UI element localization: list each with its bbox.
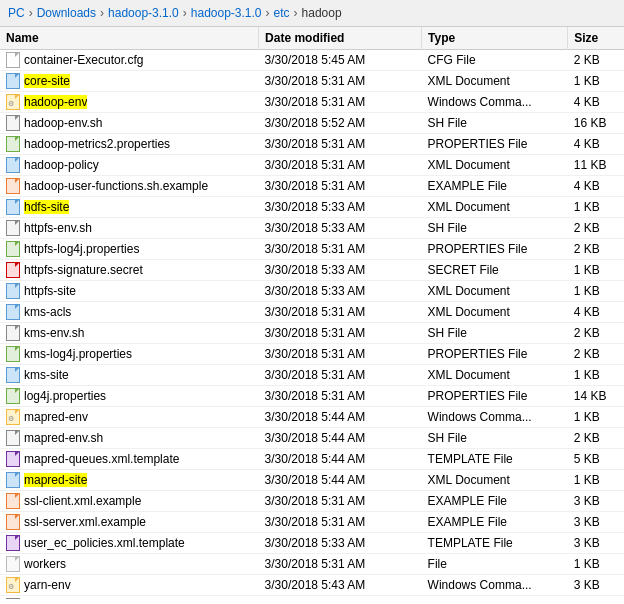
col-header-size[interactable]: Size	[568, 27, 624, 50]
table-row[interactable]: container-Executor.cfg3/30/2018 5:45 AMC…	[0, 50, 624, 71]
table-row[interactable]: ⚙mapred-env3/30/2018 5:44 AMWindows Comm…	[0, 407, 624, 428]
file-size: 2 KB	[568, 239, 624, 260]
breadcrumb-etc[interactable]: etc	[274, 6, 290, 20]
col-header-type[interactable]: Type	[422, 27, 568, 50]
file-name: log4j.properties	[24, 389, 106, 403]
table-row[interactable]: user_ec_policies.xml.template3/30/2018 5…	[0, 533, 624, 554]
file-type: SECRET File	[422, 260, 568, 281]
file-date: 3/30/2018 5:31 AM	[259, 323, 422, 344]
xml-icon	[6, 73, 20, 89]
file-size: 1 KB	[568, 365, 624, 386]
file-date: 3/30/2018 5:31 AM	[259, 302, 422, 323]
file-size: 16 KB	[568, 113, 624, 134]
file-type: SH File	[422, 113, 568, 134]
table-row[interactable]: log4j.properties3/30/2018 5:31 AMPROPERT…	[0, 386, 624, 407]
template-icon	[6, 535, 20, 551]
breadcrumb-hadoop310a[interactable]: hadoop-3.1.0	[108, 6, 179, 20]
wcmd-icon: ⚙	[6, 577, 20, 593]
file-date: 3/30/2018 5:44 AM	[259, 449, 422, 470]
example-icon	[6, 178, 20, 194]
table-row[interactable]: kms-acls3/30/2018 5:31 AMXML Document4 K…	[0, 302, 624, 323]
sep2: ›	[100, 6, 104, 20]
table-row[interactable]: core-site3/30/2018 5:31 AMXML Document1 …	[0, 71, 624, 92]
wcmd-icon: ⚙	[6, 409, 20, 425]
table-row[interactable]: httpfs-log4j.properties3/30/2018 5:31 AM…	[0, 239, 624, 260]
file-date: 3/30/2018 5:33 AM	[259, 218, 422, 239]
file-size: 4 KB	[568, 134, 624, 155]
table-row[interactable]: yarn-env.sh3/30/2018 5:43 AMSH File6 KB	[0, 596, 624, 600]
col-header-date[interactable]: Date modified	[259, 27, 422, 50]
table-row[interactable]: ssl-server.xml.example3/30/2018 5:31 AME…	[0, 512, 624, 533]
table-row[interactable]: ⚙yarn-env3/30/2018 5:43 AMWindows Comma.…	[0, 575, 624, 596]
file-name: user_ec_policies.xml.template	[24, 536, 185, 550]
table-row[interactable]: mapred-queues.xml.template3/30/2018 5:44…	[0, 449, 624, 470]
file-list-container: Name Date modified Type Size container-E…	[0, 27, 624, 599]
table-row[interactable]: workers3/30/2018 5:31 AMFile1 KB	[0, 554, 624, 575]
sep1: ›	[29, 6, 33, 20]
file-date: 3/30/2018 5:31 AM	[259, 554, 422, 575]
file-type: EXAMPLE File	[422, 491, 568, 512]
file-type: XML Document	[422, 281, 568, 302]
prop-icon	[6, 136, 20, 152]
file-date: 3/30/2018 5:44 AM	[259, 428, 422, 449]
file-date: 3/30/2018 5:45 AM	[259, 50, 422, 71]
file-date: 3/30/2018 5:31 AM	[259, 344, 422, 365]
prop-icon	[6, 388, 20, 404]
table-row[interactable]: hadoop-policy3/30/2018 5:31 AMXML Docume…	[0, 155, 624, 176]
file-date: 3/30/2018 5:33 AM	[259, 197, 422, 218]
file-date: 3/30/2018 5:43 AM	[259, 575, 422, 596]
table-row[interactable]: httpfs-env.sh3/30/2018 5:33 AMSH File2 K…	[0, 218, 624, 239]
file-size: 3 KB	[568, 533, 624, 554]
table-row[interactable]: kms-log4j.properties3/30/2018 5:31 AMPRO…	[0, 344, 624, 365]
file-size: 2 KB	[568, 344, 624, 365]
file-date: 3/30/2018 5:33 AM	[259, 533, 422, 554]
file-date: 3/30/2018 5:33 AM	[259, 281, 422, 302]
table-row[interactable]: mapred-env.sh3/30/2018 5:44 AMSH File2 K…	[0, 428, 624, 449]
file-date: 3/30/2018 5:31 AM	[259, 239, 422, 260]
table-row[interactable]: ssl-client.xml.example3/30/2018 5:31 AME…	[0, 491, 624, 512]
table-row[interactable]: httpfs-site3/30/2018 5:33 AMXML Document…	[0, 281, 624, 302]
file-date: 3/30/2018 5:31 AM	[259, 155, 422, 176]
table-header-row: Name Date modified Type Size	[0, 27, 624, 50]
file-type: Windows Comma...	[422, 575, 568, 596]
file-name: httpfs-log4j.properties	[24, 242, 139, 256]
file-type: EXAMPLE File	[422, 176, 568, 197]
sep4: ›	[266, 6, 270, 20]
table-row[interactable]: hadoop-metrics2.properties3/30/2018 5:31…	[0, 134, 624, 155]
xml-icon	[6, 472, 20, 488]
file-name: mapred-site	[24, 473, 87, 487]
file-date: 3/30/2018 5:44 AM	[259, 470, 422, 491]
file-date: 3/30/2018 5:31 AM	[259, 71, 422, 92]
breadcrumb-pc[interactable]: PC	[8, 6, 25, 20]
table-row[interactable]: hdfs-site3/30/2018 5:33 AMXML Document1 …	[0, 197, 624, 218]
table-row[interactable]: ⚙hadoop-env3/30/2018 5:31 AMWindows Comm…	[0, 92, 624, 113]
table-row[interactable]: kms-site3/30/2018 5:31 AMXML Document1 K…	[0, 365, 624, 386]
breadcrumb-downloads[interactable]: Downloads	[37, 6, 96, 20]
prop-icon	[6, 241, 20, 257]
file-type: EXAMPLE File	[422, 512, 568, 533]
file-type: SH File	[422, 323, 568, 344]
table-row[interactable]: hadoop-user-functions.sh.example3/30/201…	[0, 176, 624, 197]
file-type: CFG File	[422, 50, 568, 71]
file-size: 1 KB	[568, 71, 624, 92]
generic-icon	[6, 52, 20, 68]
table-row[interactable]: kms-env.sh3/30/2018 5:31 AMSH File2 KB	[0, 323, 624, 344]
file-date: 3/30/2018 5:31 AM	[259, 134, 422, 155]
file-size: 4 KB	[568, 302, 624, 323]
table-row[interactable]: mapred-site3/30/2018 5:44 AMXML Document…	[0, 470, 624, 491]
col-header-name[interactable]: Name	[0, 27, 259, 50]
table-row[interactable]: hadoop-env.sh3/30/2018 5:52 AMSH File16 …	[0, 113, 624, 134]
file-name: ssl-server.xml.example	[24, 515, 146, 529]
file-name: kms-env.sh	[24, 326, 84, 340]
table-row[interactable]: httpfs-signature.secret3/30/2018 5:33 AM…	[0, 260, 624, 281]
xml-icon	[6, 157, 20, 173]
file-size: 1 KB	[568, 407, 624, 428]
file-date: 3/30/2018 5:31 AM	[259, 92, 422, 113]
file-name: hdfs-site	[24, 200, 69, 214]
breadcrumb-hadoop[interactable]: hadoop	[302, 6, 342, 20]
file-type: PROPERTIES File	[422, 134, 568, 155]
file-type: SH File	[422, 596, 568, 600]
file-date: 3/30/2018 5:31 AM	[259, 176, 422, 197]
breadcrumb-hadoop310b[interactable]: hadoop-3.1.0	[191, 6, 262, 20]
file-date: 3/30/2018 5:31 AM	[259, 386, 422, 407]
